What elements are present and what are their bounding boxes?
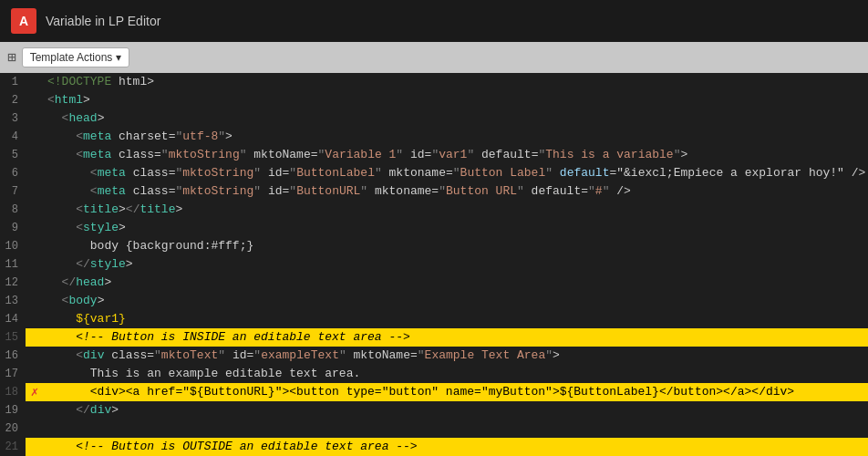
code-line: 21 <!-- Button is OUTSIDE an editable te… [0, 438, 868, 456]
code-line: 5 <meta class="mktoString" mktoName="Var… [0, 146, 868, 164]
line-content: <!-- Button is INSIDE an editable text a… [44, 328, 868, 347]
code-line: 19 </div> [0, 401, 868, 420]
line-content: ${var1} [44, 310, 868, 328]
code-line: 9 <style> [0, 219, 868, 237]
line-content: <style> [44, 219, 868, 237]
line-number: 6 [0, 164, 26, 182]
line-number: 9 [0, 219, 26, 237]
line-content: <!-- Button is OUTSIDE an editable text … [44, 438, 868, 456]
line-number: 13 [0, 292, 26, 310]
line-number: 20 [0, 420, 26, 438]
code-line: 11 </style> [0, 255, 868, 274]
line-content: <html> [44, 91, 868, 109]
code-line: 1<!DOCTYPE html> [0, 73, 868, 91]
template-actions-label: Template Actions [30, 51, 113, 64]
toolbar-grid-icon: ⊞ [7, 48, 16, 67]
line-number: 3 [0, 109, 26, 128]
line-content: </style> [44, 255, 868, 274]
code-line: 12 </head> [0, 274, 868, 292]
line-number: 8 [0, 201, 26, 219]
line-number: 16 [0, 347, 26, 365]
toolbar: ⊞ Template Actions ▾ [0, 42, 868, 73]
error-icon: ✗ [26, 383, 44, 401]
line-content: body {background:#fff;} [44, 237, 868, 255]
template-actions-button[interactable]: Template Actions ▾ [22, 47, 130, 67]
code-editor: 1<!DOCTYPE html>2<html>3 <head>4 <meta c… [0, 73, 868, 456]
line-number: 5 [0, 146, 26, 164]
code-line: 20 [0, 420, 868, 438]
code-line: 2<html> [0, 91, 868, 109]
code-line: 6 <meta class="mktoString" id="ButtonLab… [0, 164, 868, 182]
app-logo: A [11, 8, 36, 34]
dropdown-arrow-icon: ▾ [116, 51, 121, 64]
line-content: </head> [44, 274, 868, 292]
line-content: </div> [44, 401, 868, 420]
line-number: 21 [0, 438, 26, 456]
line-content: <meta class="mktoString" id="ButtonLabel… [44, 164, 868, 182]
line-number: 7 [0, 182, 26, 201]
code-line: 3 <head> [0, 109, 868, 128]
line-number: 10 [0, 237, 26, 255]
code-line: 18✗ <div><a href="${ButtonURL}"><button … [0, 383, 868, 401]
line-number: 4 [0, 128, 26, 146]
line-number: 2 [0, 91, 26, 109]
code-line: 10 body {background:#fff;} [0, 237, 868, 255]
line-content: <body> [44, 292, 868, 310]
code-line: 17 This is an example editable text area… [0, 365, 868, 383]
window-title: Variable in LP Editor [46, 14, 160, 28]
line-content: This is an example editable text area. [44, 365, 868, 383]
line-number: 15 [0, 328, 26, 347]
line-number: 19 [0, 401, 26, 420]
code-line: 15 <!-- Button is INSIDE an editable tex… [0, 328, 868, 347]
line-number: 12 [0, 274, 26, 292]
line-content: <head> [44, 109, 868, 128]
line-content: <!DOCTYPE html> [44, 73, 868, 91]
line-number: 17 [0, 365, 26, 383]
code-line: 13 <body> [0, 292, 868, 310]
code-line: 16 <div class="mktoText" id="exampleText… [0, 347, 868, 365]
title-bar: A Variable in LP Editor [0, 0, 868, 42]
line-number: 18 [0, 383, 26, 401]
code-line: 4 <meta charset="utf-8"> [0, 128, 868, 146]
line-content: <title></title> [44, 201, 868, 219]
line-content: <meta class="mktoString" id="ButtonURL" … [44, 182, 868, 201]
line-content: <div class="mktoText" id="exampleText" m… [44, 347, 868, 365]
line-number: 11 [0, 255, 26, 274]
code-line: 7 <meta class="mktoString" id="ButtonURL… [0, 182, 868, 201]
line-number: 14 [0, 310, 26, 328]
code-line: 8 <title></title> [0, 201, 868, 219]
line-content: <div><a href="${ButtonURL}"><button type… [44, 383, 868, 401]
code-line: 14 ${var1} [0, 310, 868, 328]
line-content: <meta class="mktoString" mktoName="Varia… [44, 146, 868, 164]
line-number: 1 [0, 73, 26, 91]
line-content: <meta charset="utf-8"> [44, 128, 868, 146]
